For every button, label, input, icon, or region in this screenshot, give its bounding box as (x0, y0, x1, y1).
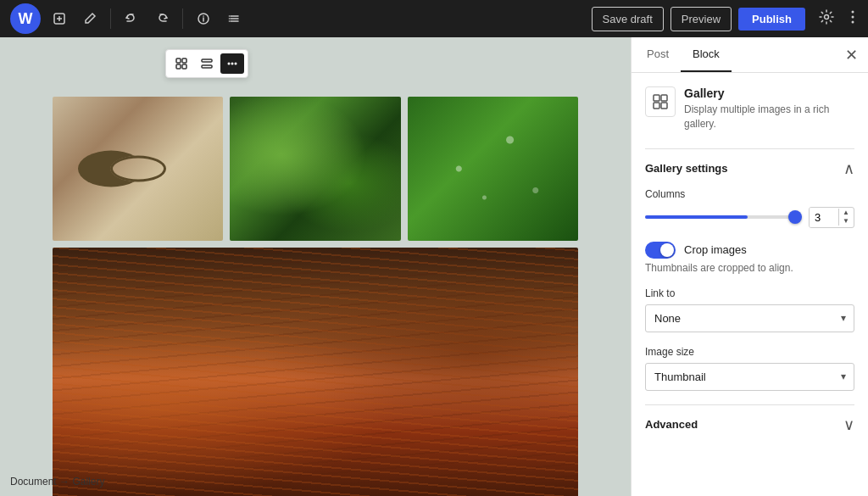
block-title: Gallery (684, 86, 854, 100)
svg-point-15 (852, 20, 854, 23)
block-toolbar (165, 49, 248, 78)
columns-slider-thumb (788, 210, 802, 224)
undo-button[interactable] (120, 7, 143, 31)
tab-post[interactable]: Post (635, 37, 681, 72)
block-info-text: Gallery Display multiple images in a ric… (684, 86, 854, 131)
top-toolbar: W (0, 0, 868, 37)
svg-rect-17 (182, 59, 186, 63)
gallery-container (53, 97, 578, 496)
tab-block[interactable]: Block (681, 37, 732, 72)
columns-decrement[interactable]: ▼ (839, 217, 853, 226)
image-size-wrap: Image size Thumbnail Medium Large Full S… (645, 346, 854, 391)
gallery-view-btn-2[interactable] (195, 53, 219, 74)
editor-area (0, 37, 631, 496)
svg-point-12 (825, 14, 829, 19)
gallery-row-2 (53, 248, 578, 496)
sidebar: Post Block ✕ Gallery Display multiple im… (631, 37, 868, 496)
toolbar-right: Save draft Preview Publish (592, 4, 858, 34)
info-button[interactable] (192, 7, 215, 31)
pencil-button[interactable] (78, 7, 102, 31)
crop-images-row: Crop images (645, 242, 854, 259)
toolbar-divider (110, 8, 111, 29)
svg-point-13 (852, 10, 854, 13)
svg-rect-19 (182, 64, 186, 69)
svg-rect-27 (654, 103, 659, 109)
columns-control: ▲ ▼ (645, 207, 854, 228)
block-info: Gallery Display multiple images in a ric… (645, 86, 854, 131)
columns-spinners: ▲ ▼ (838, 209, 853, 226)
svg-point-23 (231, 63, 234, 65)
list-view-button[interactable] (222, 7, 246, 31)
link-to-label: Link to (645, 287, 854, 299)
gallery-settings-toggle-icon: ∧ (843, 159, 854, 178)
wp-logo[interactable]: W (10, 3, 41, 34)
crop-images-desc: Thumbnails are cropped to align. (645, 262, 854, 274)
columns-number-input[interactable] (810, 208, 838, 227)
svg-rect-18 (176, 64, 181, 69)
gallery-image-3[interactable] (408, 97, 578, 241)
columns-number-wrap: ▲ ▼ (809, 207, 854, 228)
more-options-button[interactable] (848, 4, 858, 34)
main-content: Post Block ✕ Gallery Display multiple im… (0, 37, 868, 496)
advanced-toggle-icon: ∨ (843, 415, 854, 434)
add-block-button[interactable] (47, 7, 71, 31)
svg-rect-21 (202, 65, 212, 68)
gallery-image-1[interactable] (53, 97, 223, 241)
toolbar-divider-2 (182, 8, 183, 29)
columns-slider[interactable] (645, 215, 800, 219)
svg-rect-26 (661, 95, 667, 101)
gallery-row-1 (53, 97, 578, 241)
sidebar-content: Gallery Display multiple images in a ric… (632, 73, 868, 496)
link-to-wrap: Link to None Media File Attachment Page … (645, 287, 854, 332)
gallery-settings-section: Gallery settings ∧ Columns ▲ (645, 148, 854, 391)
svg-point-24 (235, 63, 237, 65)
sidebar-header: Post Block ✕ (632, 37, 868, 73)
image-size-label: Image size (645, 346, 854, 358)
redo-button[interactable] (150, 7, 174, 31)
sidebar-close-button[interactable]: ✕ (842, 42, 861, 68)
image-size-select[interactable]: Thumbnail Medium Large Full Size (645, 363, 854, 391)
crop-images-label: Crop images (684, 243, 747, 256)
gallery-settings-title: Gallery settings (645, 162, 728, 175)
svg-point-22 (228, 63, 231, 65)
breadcrumb-gallery[interactable]: Gallery (72, 476, 104, 488)
svg-point-14 (852, 15, 854, 18)
columns-increment[interactable]: ▲ (839, 209, 853, 217)
svg-rect-25 (654, 95, 659, 101)
advanced-title: Advanced (645, 418, 698, 431)
settings-button[interactable] (812, 4, 841, 34)
columns-slider-fill (645, 215, 748, 219)
block-description: Display multiple images in a rich galler… (684, 103, 854, 131)
svg-point-10 (229, 18, 231, 20)
advanced-section-header[interactable]: Advanced ∨ (645, 404, 854, 444)
gallery-view-btn-3[interactable] (220, 53, 244, 74)
svg-rect-16 (176, 59, 181, 63)
publish-button[interactable]: Publish (738, 8, 805, 31)
svg-rect-20 (202, 59, 212, 62)
preview-button[interactable]: Preview (670, 7, 732, 31)
svg-point-9 (229, 15, 231, 17)
breadcrumb-document[interactable]: Document (10, 476, 57, 488)
gallery-settings-header[interactable]: Gallery settings ∧ (645, 148, 854, 188)
breadcrumb-arrow: → (59, 476, 70, 488)
link-to-select[interactable]: None Media File Attachment Page (645, 304, 854, 332)
breadcrumb: Document → Gallery (10, 476, 104, 488)
save-draft-button[interactable]: Save draft (592, 7, 664, 31)
svg-point-11 (229, 20, 231, 22)
svg-point-5 (203, 15, 204, 17)
gallery-image-4[interactable] (53, 248, 578, 496)
svg-rect-28 (661, 103, 667, 109)
gallery-image-2[interactable] (230, 97, 400, 241)
columns-label: Columns (645, 188, 854, 200)
gallery-view-btn-1[interactable] (170, 53, 193, 74)
block-icon (645, 86, 676, 117)
crop-images-toggle[interactable] (645, 242, 676, 259)
toolbar-left: W (10, 3, 246, 34)
